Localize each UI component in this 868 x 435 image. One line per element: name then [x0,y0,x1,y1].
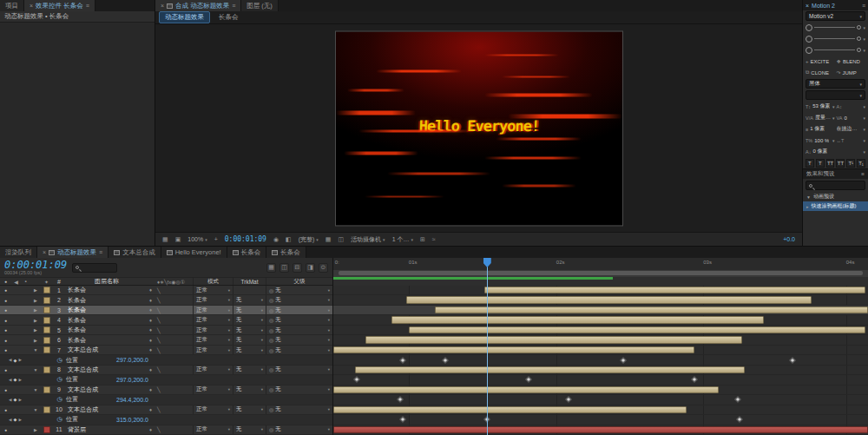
keyframe-diamond-icon[interactable]: ◆ [14,417,17,422]
region-of-interest-icon[interactable]: ▦ [326,236,332,243]
lock-toggle[interactable] [21,295,30,304]
keyframe-icon[interactable] [692,377,698,383]
close-icon[interactable]: × [806,3,809,9]
track-row[interactable] [333,306,868,315]
stopwatch-icon[interactable]: ◷ [53,375,66,384]
pickwhip-icon[interactable]: ◎ [269,337,273,343]
tracking-control[interactable]: VA0▾ [837,115,866,121]
layer-name[interactable]: 长条会 [66,335,146,344]
tab-render-queue[interactable]: 渲染队列 [0,247,37,258]
tab-comp-main[interactable]: × 动态标题效果 ≡ [37,247,108,258]
current-time-display[interactable]: 0:00:01:09 00034 (25.00 fps) [4,260,67,276]
track-row[interactable] [333,315,868,325]
layer-duration-bar[interactable] [333,386,719,393]
lock-toggle[interactable] [21,326,30,334]
pickwhip-icon[interactable]: ◎ [269,327,273,333]
track-row[interactable] [333,366,868,375]
twirl-arrow-icon[interactable]: ▼ [30,386,41,394]
blend-mode-dropdown[interactable]: 正常▾ [193,346,233,354]
font-style-dropdown[interactable]: ▾ [806,90,865,100]
lock-toggle[interactable] [21,425,30,434]
twirl-arrow-icon[interactable]: ▶ [30,295,41,304]
parent-dropdown[interactable]: ◎无▾ [266,386,332,394]
layer-switches[interactable]: ♦╲ [146,425,193,434]
trkmat-dropdown[interactable]: 无▾ [233,295,266,304]
audio-toggle[interactable] [11,286,21,294]
pickwhip-icon[interactable]: ◎ [269,386,273,392]
fx-icon[interactable]: ╲ [157,347,161,353]
layer-duration-bar[interactable] [406,296,812,303]
quality-icon[interactable]: ♦ [149,318,152,323]
layer-name[interactable]: 文本总合成 [66,346,146,354]
twirl-arrow-icon[interactable]: ▼ [30,366,41,374]
knob-dot-icon[interactable] [857,36,861,41]
layer-duration-bar[interactable] [435,306,868,313]
visibility-toggle[interactable]: ● [0,346,11,354]
parent-dropdown[interactable]: ◎无▾ [266,346,332,354]
label-color-swatch[interactable] [41,315,52,324]
audio-toggle[interactable] [11,295,21,304]
layer-switches[interactable]: ♦╲ [146,386,193,394]
parent-dropdown[interactable]: ◎无▾ [266,286,332,294]
visibility-toggle[interactable]: ● [0,315,11,324]
audio-toggle[interactable] [11,366,21,374]
crosshair-icon[interactable]: + [214,236,218,242]
trkmat-dropdown[interactable]: 无▾ [233,335,266,344]
lock-toggle[interactable] [21,346,30,354]
track-row[interactable] [333,405,868,415]
motion-preset-dropdown[interactable]: Motion v2 ▾ [806,11,865,21]
track-row[interactable] [333,425,868,435]
work-area-bar[interactable] [339,271,863,275]
property-value[interactable]: 297.0,200.0 [116,355,332,364]
3d-view-dropdown[interactable]: 活动摄像机▾ [351,235,385,244]
layer-row[interactable]: ●▶6长条会♦╲正常▾无▾◎无▾ [0,335,332,345]
lock-toggle[interactable] [21,335,30,344]
parent-dropdown[interactable]: ◎无▾ [266,366,332,374]
layer-row[interactable]: ●▶11背景层♦╲正常▾无▾◎无▾ [0,425,332,435]
layer-row[interactable]: ●▶2长条会♦╲正常▾无▾◎无▾ [0,295,332,305]
layer-switches[interactable]: ♦╲ [146,366,193,374]
pickwhip-icon[interactable]: ◎ [269,347,273,353]
grid-options-icon[interactable]: ▦ [162,236,168,243]
trkmat-dropdown[interactable]: 无▾ [233,315,266,324]
layer-row[interactable]: ●▶5长条会♦╲正常▾无▾◎无▾ [0,326,332,335]
layer-duration-bar[interactable] [365,336,742,343]
tab-layer-viewer[interactable]: 图层 (无) [241,0,279,11]
quality-icon[interactable]: ♦ [149,307,152,313]
blend-mode-dropdown[interactable]: 正常▾ [193,326,233,334]
trkmat-column-header[interactable]: TrkMat [233,278,266,285]
snapshot-icon[interactable]: ◉ [273,236,279,243]
property-value[interactable]: 315.0,200.0 [116,415,332,424]
trkmat-dropdown[interactable]: 无▾ [233,386,266,394]
layer-switches[interactable]: ♦╲ [146,405,193,414]
faux-bold-button[interactable]: T [806,159,814,168]
audio-toggle[interactable] [11,315,21,324]
layer-row[interactable]: ●▼8文本总合成♦╲正常▾无▾◎无▾ [0,366,332,375]
fx-icon[interactable]: ╲ [157,297,161,303]
horizontal-scale-control[interactable]: ↔T▾ [837,138,866,143]
tab-comp-bar2[interactable]: 长条会 [266,247,306,258]
keyframe-diamond-icon[interactable]: ◆ [14,358,17,363]
keyframe-navigator[interactable]: ◀◆▶ [0,415,30,424]
pickwhip-icon[interactable]: ◎ [269,406,273,412]
tab-effect-controls[interactable]: × 效果控件 长条会 ≡ [24,0,95,11]
keyframe-diamond-icon[interactable]: ◆ [14,397,17,402]
lock-toggle[interactable] [21,315,30,324]
layer-name[interactable]: 背景层 [66,425,146,434]
layer-duration-bar[interactable] [484,287,865,293]
parent-dropdown[interactable]: ◎无▾ [266,295,332,304]
quality-icon[interactable]: ♦ [149,387,152,392]
keyframe-icon[interactable] [400,417,406,423]
twirl-arrow-icon[interactable]: ▶ [30,326,41,334]
fx-icon[interactable]: ╲ [157,406,161,412]
property-row[interactable]: ◀◆▶◷位置315.0,200.0 [0,415,332,425]
quality-icon[interactable]: ♦ [149,298,152,303]
fx-icon[interactable]: ╲ [157,287,161,293]
clone-button[interactable]: ⧉CLONE [806,69,835,76]
pickwhip-icon[interactable]: ◎ [269,426,273,432]
effects-search-box[interactable] [806,181,865,190]
monitor-icon[interactable]: ▣ [175,236,181,243]
transparency-grid-icon[interactable]: ◫ [338,236,344,243]
layer-name-column-header[interactable]: 图层名称 [66,278,146,285]
track-row[interactable] [333,335,868,345]
